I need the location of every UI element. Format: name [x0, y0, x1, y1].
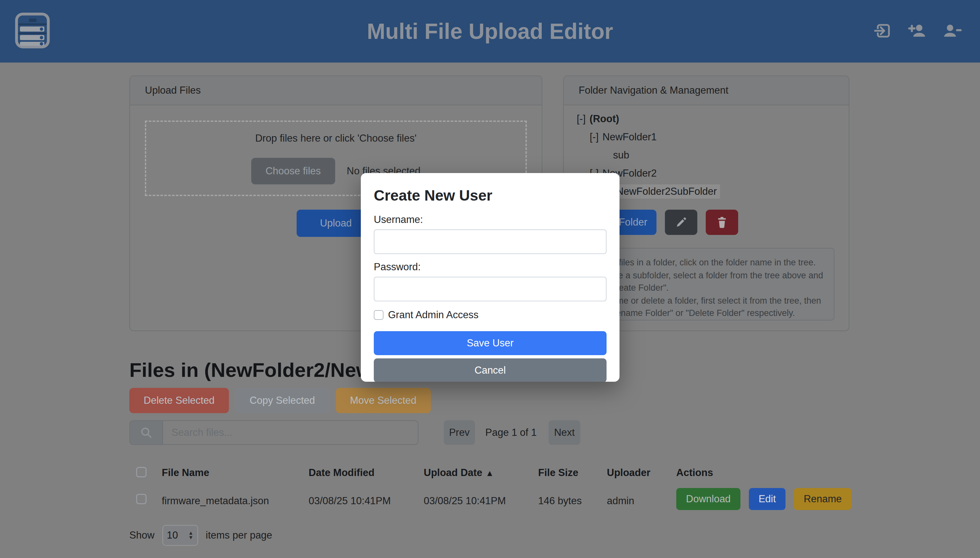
grant-admin-label: Grant Admin Access [388, 309, 478, 321]
create-user-modal: Create New User Username: Password: Gran… [361, 173, 620, 382]
cancel-button[interactable]: Cancel [374, 358, 607, 382]
username-field[interactable] [374, 230, 607, 254]
save-user-button[interactable]: Save User [374, 331, 607, 355]
username-label: Username: [374, 214, 607, 225]
modal-title: Create New User [374, 187, 607, 204]
password-label: Password: [374, 261, 607, 273]
password-field[interactable] [374, 277, 607, 301]
grant-admin-checkbox[interactable] [374, 310, 383, 320]
app-screen: Multi File Upload Editor [0, 0, 980, 558]
grant-admin-row: Grant Admin Access [374, 309, 607, 321]
